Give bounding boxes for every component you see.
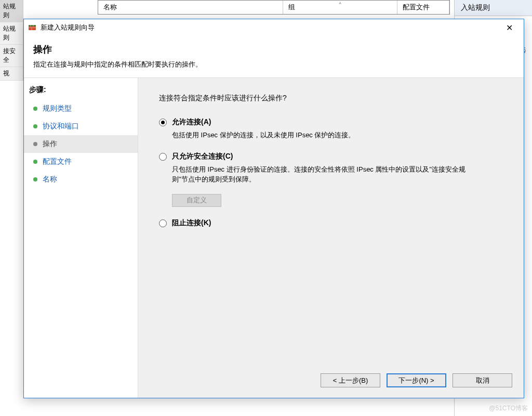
step-name[interactable]: 名称 [24,171,138,188]
step-label: 名称 [43,175,57,184]
content-question: 连接符合指定条件时应该进行什么操作? [159,94,503,103]
column-header-profile[interactable]: 配置文件 [397,1,449,14]
radio-description: 包括使用 IPsec 保护的连接，以及未使用 IPsec 保护的连接。 [172,130,473,140]
steps-panel: 步骤: 规则类型 协议和端口 操作 配置文件 名称 [24,78,138,398]
dialog-titlebar: 新建入站规则向导 ✕ [24,19,524,36]
customize-button: 自定义 [172,194,221,207]
cancel-button[interactable]: 取消 [453,373,512,387]
step-action[interactable]: 操作 [24,135,138,153]
close-button[interactable]: ✕ [499,20,520,35]
radio-option-block[interactable]: 阻止连接(K) [159,218,503,231]
step-rule-type[interactable]: 规则类型 [24,100,138,118]
column-header-group[interactable]: 组 ^ [283,1,397,14]
action-radio-group: 允许连接(A) 包括使用 IPsec 保护的连接，以及未使用 IPsec 保护的… [159,118,503,231]
steps-label: 步骤: [24,85,138,100]
radio-description: 只包括使用 IPsec 进行身份验证的连接。连接的安全性将依照 IPsec 属性… [172,164,473,185]
dialog-body: 步骤: 规则类型 协议和端口 操作 配置文件 名称 [24,78,524,398]
step-profile[interactable]: 配置文件 [24,153,138,171]
close-icon: ✕ [506,23,513,33]
radio-label: 允许连接(A) [172,118,503,127]
step-label: 协议和端口 [43,122,79,131]
bg-nav-item[interactable]: 视 [0,67,23,81]
page-subtitle: 指定在连接与规则中指定的条件相匹配时要执行的操作。 [33,60,514,69]
bg-nav-item[interactable]: 站规则 [0,22,23,45]
radio-icon[interactable] [159,119,167,126]
bullet-icon [33,160,37,164]
step-label: 操作 [43,139,57,149]
step-label: 规则类型 [43,104,72,113]
back-button[interactable]: < 上一步(B) [321,373,380,387]
bg-nav-item[interactable]: 站规则 [0,0,23,22]
radio-icon[interactable] [159,153,167,161]
radio-label: 阻止连接(K) [172,218,503,228]
radio-option-allow-secure[interactable]: 只允许安全连接(C) 只包括使用 IPsec 进行身份验证的连接。连接的安全性将… [159,152,503,207]
radio-option-allow[interactable]: 允许连接(A) 包括使用 IPsec 保护的连接，以及未使用 IPsec 保护的… [159,118,503,140]
page-title: 操作 [33,43,514,56]
wizard-dialog: 新建入站规则向导 ✕ 操作 指定在连接与规则中指定的条件相匹配时要执行的操作。 … [23,19,524,398]
next-button[interactable]: 下一步(N) > [387,373,446,387]
svg-rect-1 [29,25,36,27]
background-left-nav: 站规则 站规则 接安全 视 [0,0,23,81]
firewall-icon [28,23,36,32]
column-header-name[interactable]: 名称 [98,1,283,14]
bullet-icon [33,124,37,128]
step-protocol-port[interactable]: 协议和端口 [24,118,138,135]
content-panel: 连接符合指定条件时应该进行什么操作? 允许连接(A) 包括使用 IPsec 保护… [138,78,524,398]
dialog-footer: < 上一步(B) 下一步(N) > 取消 [138,365,524,398]
radio-label: 只允许安全连接(C) [172,152,503,161]
dialog-title: 新建入站规则向导 [41,23,499,32]
dialog-header: 操作 指定在连接与规则中指定的条件相匹配时要执行的操作。 [24,36,524,78]
right-panel-header: 入站规则 [455,0,532,16]
step-label: 配置文件 [43,157,72,166]
background-table-header: 名称 组 ^ 配置文件 [98,0,450,15]
sort-asc-icon: ^ [339,2,341,7]
bullet-icon [33,107,37,111]
bg-nav-item[interactable]: 接安全 [0,45,23,67]
bullet-icon [33,177,37,181]
watermark: @51CTO博客 [489,404,528,413]
radio-icon[interactable] [159,219,167,227]
bullet-icon [33,142,37,146]
